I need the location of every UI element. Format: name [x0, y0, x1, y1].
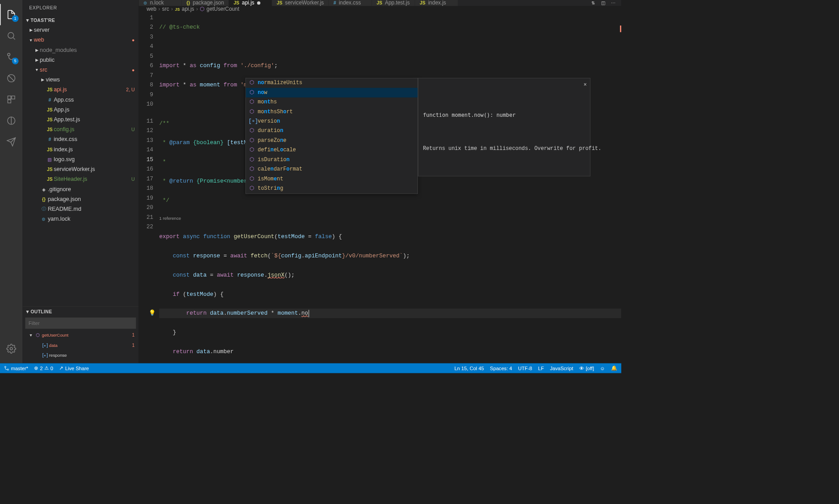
suggest-label: parseZone	[258, 136, 286, 145]
tree-item[interactable]: {}package.json	[22, 194, 138, 204]
tree-item[interactable]: JSconfig.jsU	[22, 124, 138, 134]
activity-extensions[interactable]	[0, 89, 22, 110]
doc-description: Returns unix time in milliseconds. Overw…	[423, 144, 585, 153]
method-icon: ⬡	[249, 78, 255, 88]
compare-icon[interactable]: ⇅	[591, 0, 595, 5]
editor-tab[interactable]: ⊚n.lock	[139, 0, 182, 6]
tree-item[interactable]: JSserviceWorker.js	[22, 164, 138, 174]
suggest-item[interactable]: [∘]version	[246, 117, 418, 126]
editor-tab[interactable]: #index.css	[329, 0, 372, 6]
suggest-label: calendarFormat	[258, 165, 302, 174]
codelens[interactable]: 1 reference	[159, 215, 621, 222]
editor-tab[interactable]: JSserviceWorker.js	[272, 0, 329, 6]
js-icon: JS	[46, 147, 54, 152]
code-editor[interactable]: 12345678910 111213141516171819202122 // …	[139, 12, 621, 363]
activity-liveshare[interactable]	[0, 131, 22, 152]
outline-item[interactable]: [∘]data1	[22, 340, 138, 350]
tree-item[interactable]: JSApp.test.js	[22, 115, 138, 124]
tree-item[interactable]: #App.css	[22, 95, 138, 105]
activity-explorer[interactable]: 1	[0, 4, 22, 25]
editor-tab[interactable]: {}package.json	[182, 0, 229, 6]
chevron-icon: ▼	[34, 68, 40, 72]
status-eol[interactable]: LF	[538, 365, 544, 371]
tree-item[interactable]: ▶views	[22, 75, 138, 85]
outline-section-header[interactable]: ▼ OUTLINE	[22, 306, 138, 316]
suggest-item[interactable]: ⬡isMoment	[246, 175, 418, 184]
suggest-item[interactable]: ⬡duration	[246, 126, 418, 136]
tab-label: serviceWorker.js	[285, 0, 324, 6]
tree-item[interactable]: JSSiteHeader.jsU	[22, 175, 138, 184]
variable-icon: [∘]	[41, 352, 49, 358]
suggest-item[interactable]: ⬡normalizeUnits	[246, 78, 418, 88]
tree-item-label: serviceWorker.js	[54, 166, 135, 173]
status-cursor[interactable]: Ln 15, Col 45	[454, 365, 484, 371]
tree-item[interactable]: ▼web●	[22, 35, 138, 45]
suggest-item[interactable]: ⬡toString	[246, 184, 418, 193]
breadcrumb[interactable]: web› src› JS api.js› ⬡ getUserCount	[139, 6, 621, 12]
close-icon[interactable]: ×	[584, 80, 587, 90]
status-language[interactable]: JavaScript	[550, 365, 573, 371]
method-icon: ⬡	[249, 165, 255, 174]
doc-signature: function moment.now(): number	[423, 111, 585, 120]
suggest-label: isMoment	[258, 175, 283, 184]
tree-item[interactable]: ▶public	[22, 55, 138, 65]
tree-item[interactable]: ⊚yarn.lock	[22, 214, 138, 224]
suggest-item[interactable]: ⬡now	[246, 88, 418, 97]
status-liveshare[interactable]: ↗Live Share	[59, 365, 89, 371]
suggest-docbox: × function moment.now(): number Returns …	[418, 78, 590, 176]
status-encoding[interactable]: UTF-8	[518, 365, 532, 371]
folder-section-header[interactable]: ▼ TOAST'RE	[22, 15, 138, 25]
tree-item[interactable]: JSindex.js	[22, 145, 138, 154]
tree-item[interactable]: JSApp.js	[22, 105, 138, 115]
status-feedback[interactable]: ☺	[600, 365, 605, 371]
status-tsserver[interactable]: 👁[off]	[579, 365, 594, 371]
editor-tab[interactable]: JSapi.js	[229, 0, 272, 6]
js-icon: JS	[175, 7, 180, 11]
chevron-icon: ▶	[34, 48, 40, 52]
eye-icon: 👁	[579, 365, 584, 371]
tree-item[interactable]: ◈.gitignore	[22, 184, 138, 194]
suggest-item[interactable]: ⬡months	[246, 98, 418, 107]
activity-scm[interactable]: 5	[0, 47, 22, 68]
tree-item[interactable]: ▼src●	[22, 65, 138, 75]
tab-label: index.js	[428, 0, 446, 6]
tab-label: App.test.js	[385, 0, 409, 6]
chevron-down-icon: ▼	[25, 17, 30, 23]
explorer-badge: 1	[12, 15, 19, 22]
activity-search[interactable]	[0, 25, 22, 46]
status-branch[interactable]: master*	[4, 365, 28, 371]
tree-item-label: yarn.lock	[48, 216, 135, 222]
lightbulb-icon[interactable]: 💡	[149, 308, 156, 318]
svg-rect-6	[8, 96, 11, 99]
suggest-item[interactable]: ⬡parseZone	[246, 136, 418, 145]
outline-filter-input[interactable]	[25, 317, 136, 329]
outline-item[interactable]: [∘]response	[22, 350, 138, 360]
css-icon: #	[46, 97, 54, 103]
outline-item[interactable]: ▼⬡getUserCount1	[22, 330, 138, 340]
code-content[interactable]: // @ts-check import * as config from './…	[159, 12, 621, 363]
more-icon[interactable]: ⋯	[611, 0, 615, 5]
status-notifications[interactable]: 🔔	[611, 365, 617, 371]
tree-item-label: api.js	[54, 86, 126, 93]
editor-area: ⊚n.lock{}package.jsonJSapi.jsJSserviceWo…	[139, 0, 621, 363]
method-icon: ⬡	[249, 145, 255, 155]
tree-item[interactable]: #index.css	[22, 135, 138, 145]
suggest-item[interactable]: ⬡monthsShort	[246, 107, 418, 116]
suggest-item[interactable]: ⬡defineLocale	[246, 145, 418, 155]
activity-remote[interactable]	[0, 110, 22, 131]
tree-item[interactable]: ⓘREADME.md	[22, 204, 138, 214]
editor-tab[interactable]: JSindex.js	[415, 0, 458, 6]
activity-settings[interactable]	[0, 338, 22, 359]
editor-tab[interactable]: JSApp.test.js	[372, 0, 415, 6]
tree-item[interactable]: ▶node_modules	[22, 45, 138, 55]
tree-item[interactable]: ▧logo.svg	[22, 154, 138, 164]
activity-debug[interactable]	[0, 68, 22, 89]
tree-item[interactable]: JSapi.js2, U	[22, 85, 138, 95]
suggest-item[interactable]: ⬡isDuration	[246, 155, 418, 165]
suggest-item[interactable]: ⬡calendarFormat	[246, 165, 418, 174]
minimap-error-marker[interactable]	[620, 26, 621, 32]
status-indent[interactable]: Spaces: 4	[490, 365, 512, 371]
split-editor-icon[interactable]: ◫	[601, 0, 605, 5]
status-problems[interactable]: ⊗2 ⚠0	[34, 365, 53, 371]
tree-item[interactable]: ▶server	[22, 25, 138, 35]
